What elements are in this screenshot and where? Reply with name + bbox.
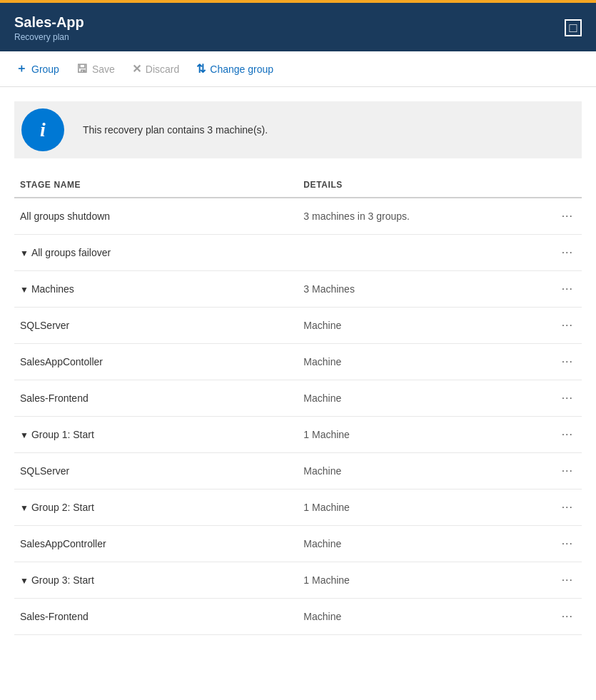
actions-cell: ··· (552, 526, 582, 562)
app-subtitle: Recovery plan (14, 32, 84, 42)
info-message: This recovery plan contains 3 machine(s)… (71, 116, 279, 144)
table-row: SQLServerMachine··· (14, 308, 582, 344)
ellipsis-button[interactable]: ··· (559, 318, 576, 333)
row-label: Group 2: Start (31, 502, 94, 513)
details-cell: 3 Machines (298, 271, 551, 308)
details-cell: 3 machines in 3 groups. (298, 198, 551, 235)
stage-name-cell: All groups shutdown (14, 198, 298, 235)
stage-name-cell: SalesAppContoller (14, 344, 298, 380)
change-group-button[interactable]: ⇅ Change group (195, 59, 275, 78)
actions-cell: ··· (552, 198, 582, 235)
table-container: STAGE NAME DETAILS All groups shutdown3 … (0, 173, 596, 635)
ellipsis-button[interactable]: ··· (559, 281, 576, 297)
actions-cell: ··· (552, 417, 582, 453)
ellipsis-button[interactable]: ··· (559, 572, 576, 588)
table-row: All groups shutdown3 machines in 3 group… (14, 198, 582, 235)
stage-name-cell: SalesAppController (14, 526, 298, 562)
actions-cell: ··· (552, 380, 582, 417)
col-actions (552, 173, 582, 198)
actions-cell: ··· (552, 562, 582, 599)
app-title: Sales-App (14, 14, 84, 31)
row-label: Sales-Frontend (20, 392, 89, 404)
collapse-arrow[interactable]: ▼ (20, 285, 29, 295)
table-row: ▼Group 2: Start1 Machine··· (14, 490, 582, 526)
table-row: SalesAppContollerMachine··· (14, 344, 582, 380)
details-cell (298, 235, 551, 271)
collapse-arrow[interactable]: ▼ (20, 503, 29, 513)
stage-name-cell: ▼All groups failover (14, 235, 298, 271)
discard-button[interactable]: ✕ Discard (131, 59, 181, 78)
collapse-arrow[interactable]: ▼ (20, 430, 29, 440)
collapse-arrow[interactable]: ▼ (20, 248, 29, 258)
table-row: Sales-FrontendMachine··· (14, 599, 582, 635)
table-row: SQLServerMachine··· (14, 453, 582, 490)
actions-cell: ··· (552, 308, 582, 344)
stage-name-cell: SQLServer (14, 453, 298, 490)
ellipsis-button[interactable]: ··· (559, 390, 576, 406)
stage-name-cell: Sales-Frontend (14, 380, 298, 417)
details-cell: Machine (298, 453, 551, 490)
discard-label: Discard (146, 64, 179, 75)
ellipsis-button[interactable]: ··· (559, 427, 576, 442)
details-cell: 1 Machine (298, 490, 551, 526)
discard-icon: ✕ (132, 62, 141, 76)
details-cell: Machine (298, 308, 551, 344)
stage-name-cell: ▼Group 2: Start (14, 490, 298, 526)
row-label: Group 1: Start (31, 429, 94, 440)
details-cell: Machine (298, 344, 551, 380)
collapse-arrow[interactable]: ▼ (20, 576, 29, 586)
col-stage-name: STAGE NAME (14, 173, 298, 198)
actions-cell: ··· (552, 271, 582, 308)
table-row: Sales-FrontendMachine··· (14, 380, 582, 417)
row-label: SQLServer (20, 320, 69, 331)
row-label: SQLServer (20, 465, 69, 477)
stage-name-cell: ▼Group 3: Start (14, 562, 298, 599)
header: Sales-App Recovery plan □ (0, 3, 596, 51)
details-cell: 1 Machine (298, 562, 551, 599)
row-label: SalesAppContoller (20, 356, 103, 367)
ellipsis-button[interactable]: ··· (559, 536, 576, 552)
row-label: Machines (31, 283, 74, 295)
add-group-button[interactable]: ＋ Group (14, 59, 61, 79)
window-icon: □ (570, 21, 577, 36)
add-group-label: Group (31, 64, 59, 75)
save-label: Save (92, 64, 115, 75)
ellipsis-button[interactable]: ··· (559, 208, 576, 224)
details-cell: Machine (298, 599, 551, 635)
ellipsis-button[interactable]: ··· (559, 609, 576, 624)
table-row: ▼Group 1: Start1 Machine··· (14, 417, 582, 453)
change-group-label: Change group (210, 64, 273, 75)
window-controls[interactable]: □ (565, 19, 582, 36)
add-icon: ＋ (16, 61, 27, 76)
table-row: SalesAppControllerMachine··· (14, 526, 582, 562)
row-label: Sales-Frontend (20, 611, 89, 622)
row-label: All groups shutdown (20, 210, 110, 222)
info-banner: i This recovery plan contains 3 machine(… (14, 101, 582, 158)
ellipsis-button[interactable]: ··· (559, 463, 576, 479)
details-cell: Machine (298, 526, 551, 562)
save-icon: 🖫 (76, 63, 88, 76)
toolbar: ＋ Group 🖫 Save ✕ Discard ⇅ Change group (0, 51, 596, 87)
row-label: Group 3: Start (31, 574, 94, 586)
table-row: ▼Group 3: Start1 Machine··· (14, 562, 582, 599)
save-button[interactable]: 🖫 Save (75, 60, 116, 78)
actions-cell: ··· (552, 453, 582, 490)
actions-cell: ··· (552, 490, 582, 526)
ellipsis-button[interactable]: ··· (559, 354, 576, 370)
stage-name-cell: ▼Machines (14, 271, 298, 308)
table-row: ▼Machines3 Machines··· (14, 271, 582, 308)
row-label: All groups failover (31, 247, 111, 258)
info-icon: i (40, 118, 46, 141)
ellipsis-button[interactable]: ··· (559, 499, 576, 515)
ellipsis-button[interactable]: ··· (559, 245, 576, 260)
stage-name-cell: ▼Group 1: Start (14, 417, 298, 453)
header-left: Sales-App Recovery plan (14, 14, 84, 42)
details-cell: 1 Machine (298, 417, 551, 453)
recovery-plan-table: STAGE NAME DETAILS All groups shutdown3 … (14, 173, 582, 635)
details-cell: Machine (298, 380, 551, 417)
actions-cell: ··· (552, 344, 582, 380)
change-group-icon: ⇅ (196, 62, 206, 76)
actions-cell: ··· (552, 599, 582, 635)
table-row: ▼All groups failover··· (14, 235, 582, 271)
stage-name-cell: Sales-Frontend (14, 599, 298, 635)
